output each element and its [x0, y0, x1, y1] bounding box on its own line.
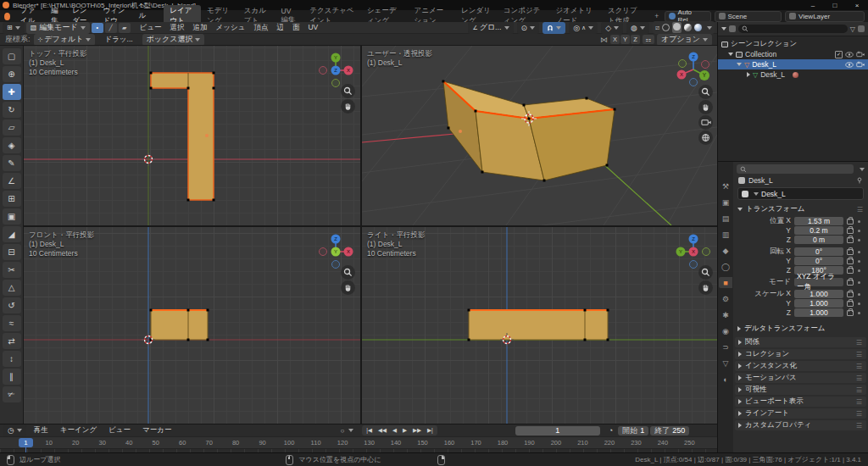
- viewport-menu-item[interactable]: UV: [303, 23, 322, 33]
- toggle-ortho-icon[interactable]: [698, 130, 713, 145]
- animate-dot[interactable]: [858, 220, 860, 223]
- snap-toggle[interactable]: [542, 22, 565, 34]
- tab-output[interactable]: ▤: [719, 213, 732, 224]
- tool-measure[interactable]: ∠: [3, 173, 21, 189]
- tool-extrude-region[interactable]: ⊞: [3, 191, 21, 207]
- chevron-down-icon[interactable]: [860, 168, 865, 171]
- disable-render-camera-icon[interactable]: [856, 51, 865, 58]
- mode-dropdown[interactable]: ▧ 編集モード: [26, 22, 90, 34]
- tab-world[interactable]: ◯: [719, 261, 732, 272]
- lock-icon[interactable]: [847, 237, 854, 243]
- viewport-menu-item[interactable]: 面: [288, 23, 304, 33]
- drag-dropdown[interactable]: ドラッ...: [98, 35, 138, 45]
- tool-select-box[interactable]: ▢: [3, 48, 21, 64]
- object-name-field[interactable]: Desk_L: [737, 187, 864, 200]
- timeline-menu-item[interactable]: 再生: [28, 425, 54, 435]
- tool-smooth[interactable]: ≈: [3, 315, 21, 331]
- view-layer-selector[interactable]: ViewLayer: [785, 11, 865, 22]
- tab-object[interactable]: ■: [719, 277, 732, 288]
- lock-icon[interactable]: [847, 219, 854, 225]
- tool-rotate[interactable]: ↻: [3, 102, 21, 118]
- tool-loop-cut[interactable]: ⊟: [3, 244, 21, 260]
- use-preview-range-toggle[interactable]: ◔: [609, 426, 613, 435]
- pan-hand-icon[interactable]: [698, 100, 713, 114]
- tool-bevel[interactable]: ◢: [3, 226, 21, 242]
- animate-dot[interactable]: [858, 230, 860, 232]
- pin-icon[interactable]: [856, 177, 863, 184]
- tool-scale[interactable]: ▱: [3, 119, 21, 136]
- outliner-row-scene-collection[interactable]: シーンコレクション: [718, 39, 868, 49]
- camera-view-icon[interactable]: [698, 115, 713, 130]
- tool-inset-faces[interactable]: ▣: [3, 208, 21, 225]
- desk-object[interactable]: [468, 309, 609, 341]
- outliner-row-collection[interactable]: Collection ✓: [718, 49, 868, 59]
- transform-coord-dropdown[interactable]: ⊹ デフォルト: [34, 34, 96, 46]
- collapsed-panel-header[interactable]: カスタムプロパティ ☰: [735, 420, 866, 430]
- value-field[interactable]: XYZ オイラー角: [794, 278, 843, 286]
- jump-to-end[interactable]: ▶|: [425, 426, 436, 435]
- workspace-tab[interactable]: +: [648, 11, 665, 21]
- vertex-select-button[interactable]: •: [92, 23, 103, 33]
- timeline-menu-item[interactable]: キーイング: [54, 425, 103, 435]
- blender-menu-icon[interactable]: [4, 13, 10, 20]
- play-reverse[interactable]: ◀: [390, 426, 399, 435]
- hide-eye-icon[interactable]: [845, 52, 854, 58]
- value-field[interactable]: 1.000: [794, 299, 843, 308]
- collapsed-panel-header[interactable]: コレクション ☰: [735, 349, 866, 359]
- value-field[interactable]: 1.000: [794, 290, 843, 298]
- animate-dot[interactable]: [858, 302, 860, 305]
- options-dropdown[interactable]: オプション: [657, 34, 712, 46]
- minimize-button[interactable]: –: [802, 2, 824, 9]
- animate-dot[interactable]: [858, 251, 860, 253]
- material-shading-button[interactable]: [684, 24, 692, 31]
- collapsed-panel-header[interactable]: ビューポート表示 ☰: [735, 397, 866, 407]
- tool-move[interactable]: ✚: [3, 84, 21, 100]
- tool-spin[interactable]: ↺: [3, 297, 21, 313]
- tool-rip-region[interactable]: ✃: [3, 386, 21, 402]
- properties-search[interactable]: [737, 164, 854, 174]
- proportional-editing-toggle[interactable]: ◎∧: [569, 22, 598, 34]
- value-field[interactable]: 0°: [794, 257, 843, 265]
- navigation-gizmo[interactable]: Z X Y: [675, 51, 712, 88]
- tab-physics[interactable]: ◉: [719, 325, 732, 336]
- pan-hand-icon[interactable]: [698, 280, 713, 295]
- animate-dot[interactable]: [858, 260, 860, 263]
- overlays-button[interactable]: ◍: [626, 22, 649, 34]
- tool-annotate[interactable]: ✎: [3, 155, 21, 171]
- collapsed-panel-header[interactable]: 関係 ☰: [735, 337, 866, 347]
- mirror-axis-toggle[interactable]: X: [610, 35, 620, 44]
- tool-edge-slide[interactable]: ⇄: [3, 333, 21, 349]
- value-field[interactable]: 0.2 m: [794, 226, 843, 235]
- tool-poly-build[interactable]: △: [3, 280, 21, 296]
- viewport-top[interactable]: トップ・平行投影 (1) Desk_L 10 Centimeters Y X Z: [24, 46, 360, 225]
- tab-render[interactable]: ▣: [719, 197, 732, 208]
- viewport-menu-item[interactable]: 選択: [166, 23, 189, 33]
- timeline-ruler[interactable]: 1020304050607080901001101201301401501601…: [0, 436, 717, 448]
- pan-hand-icon[interactable]: [341, 280, 355, 295]
- lock-icon[interactable]: [847, 228, 854, 234]
- desk-object[interactable]: [442, 80, 616, 182]
- auto-keying-toggle[interactable]: ○: [340, 427, 344, 435]
- value-field[interactable]: 1.53 m: [794, 217, 843, 225]
- editor-type-button[interactable]: ◷: [3, 424, 26, 436]
- lock-icon[interactable]: [847, 249, 854, 255]
- desk-object[interactable]: [150, 72, 215, 202]
- lock-icon[interactable]: [847, 280, 854, 286]
- xray-toggle[interactable]: ⧄: [655, 24, 659, 32]
- timeline-menu-item[interactable]: ビュー: [103, 425, 136, 435]
- value-field[interactable]: 0 m: [794, 236, 843, 244]
- expand-icon[interactable]: [737, 63, 742, 66]
- filter-mode-icon[interactable]: [721, 27, 726, 31]
- maximize-button[interactable]: □: [824, 2, 846, 9]
- tool-knife[interactable]: ✂: [3, 262, 21, 278]
- wireframe-shading-button[interactable]: [662, 24, 670, 31]
- display-mode-icon[interactable]: [729, 25, 736, 32]
- collapsed-panel-header[interactable]: 可視性 ☰: [735, 385, 866, 395]
- viewport-menu-item[interactable]: 追加: [189, 23, 212, 33]
- exclude-checkbox[interactable]: ✓: [835, 51, 843, 58]
- animate-dot[interactable]: [858, 281, 860, 284]
- value-field[interactable]: 1.000: [794, 308, 843, 317]
- viewport-menu-item[interactable]: メッシュ: [212, 23, 250, 33]
- editor-type-button[interactable]: ⊞: [3, 22, 25, 34]
- lock-icon[interactable]: [847, 291, 854, 297]
